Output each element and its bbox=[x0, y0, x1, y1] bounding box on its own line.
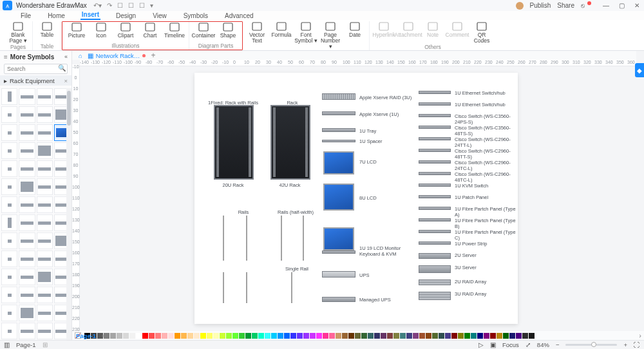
note-button[interactable]: Note bbox=[421, 21, 444, 44]
color-swatch[interactable] bbox=[522, 333, 528, 339]
qat-save-icon[interactable]: ☐ bbox=[117, 2, 123, 9]
symbol-thumb[interactable] bbox=[37, 250, 53, 267]
color-swatch[interactable] bbox=[329, 333, 335, 339]
symbol-thumb[interactable] bbox=[1, 196, 17, 213]
managed-ups-img[interactable] bbox=[322, 297, 355, 302]
symbol-thumb[interactable] bbox=[37, 142, 53, 159]
symbol-thumb[interactable] bbox=[1, 178, 17, 195]
color-swatch[interactable] bbox=[278, 333, 283, 339]
vector-text-button[interactable]: Vector Text bbox=[245, 21, 269, 50]
user-avatar-icon[interactable] bbox=[516, 2, 524, 10]
color-swatch[interactable] bbox=[484, 333, 489, 339]
color-swatch[interactable] bbox=[265, 333, 270, 339]
close-button[interactable]: ✕ bbox=[632, 2, 641, 9]
color-swatch[interactable] bbox=[348, 333, 354, 339]
color-swatch[interactable] bbox=[245, 333, 251, 339]
device-img[interactable] bbox=[419, 195, 451, 198]
symbol-thumb[interactable] bbox=[19, 305, 35, 321]
symbol-thumb[interactable] bbox=[37, 287, 53, 303]
doc-tab-1[interactable]: ▦ Network Rack… bbox=[88, 52, 146, 59]
color-swatch[interactable] bbox=[252, 333, 258, 339]
symbol-thumb[interactable] bbox=[1, 250, 17, 267]
symbol-thumb[interactable] bbox=[1, 287, 17, 303]
color-swatch[interactable] bbox=[393, 333, 399, 339]
icon-button[interactable]: Icon bbox=[90, 22, 113, 39]
symbol-thumb[interactable] bbox=[19, 323, 35, 339]
timeline-button[interactable]: Timeline bbox=[163, 22, 186, 39]
symbol-thumb[interactable] bbox=[19, 214, 35, 231]
color-swatch[interactable] bbox=[149, 333, 155, 339]
qr-button[interactable]: QR Codes bbox=[470, 21, 493, 44]
symbol-thumb[interactable] bbox=[1, 88, 17, 105]
page-tab[interactable]: Page-1 bbox=[76, 332, 96, 339]
rail-img[interactable] bbox=[223, 272, 224, 303]
symbol-thumb[interactable] bbox=[37, 323, 53, 339]
symbol-thumb[interactable] bbox=[37, 305, 53, 321]
right-panel-toggle[interactable]: ◆ bbox=[635, 63, 644, 77]
zoom-slider[interactable] bbox=[565, 344, 617, 346]
symbol-thumb[interactable] bbox=[19, 269, 35, 285]
device-img[interactable] bbox=[419, 137, 451, 140]
attachment-button[interactable]: Attachment bbox=[397, 21, 420, 44]
color-swatch[interactable] bbox=[381, 333, 386, 339]
page-nav-icon[interactable]: ⊞ bbox=[43, 341, 48, 348]
color-swatch[interactable] bbox=[529, 333, 535, 339]
color-swatch[interactable] bbox=[509, 333, 515, 339]
symbol-panel-header[interactable]: ≡ More Symbols « bbox=[0, 51, 71, 62]
page-number-button[interactable]: Page Number ▾ bbox=[319, 21, 342, 50]
rack-20u-image[interactable] bbox=[214, 105, 254, 180]
canvas-area[interactable]: 1Fixed: Rack with Rails 20U Rack Rack 42… bbox=[80, 66, 636, 331]
symbol-thumb[interactable] bbox=[1, 232, 17, 249]
color-swatch[interactable] bbox=[355, 333, 361, 339]
zoom-out-icon[interactable]: − bbox=[556, 341, 560, 348]
color-swatch[interactable] bbox=[439, 333, 444, 339]
search-icon[interactable]: 🔍 bbox=[58, 64, 66, 71]
device-img[interactable] bbox=[419, 279, 451, 285]
symbol-thumb[interactable] bbox=[19, 106, 35, 123]
formula-button[interactable]: Formula bbox=[270, 21, 293, 50]
clipart-button[interactable]: Clipart bbox=[114, 22, 137, 39]
symbol-thumb[interactable] bbox=[37, 232, 53, 249]
presentation-icon[interactable]: ▷ bbox=[478, 341, 484, 348]
add-doc-tab[interactable]: + bbox=[151, 51, 155, 60]
device-img[interactable] bbox=[419, 102, 451, 106]
color-swatch[interactable] bbox=[316, 333, 322, 339]
qat-export-icon[interactable]: ☐ bbox=[139, 2, 145, 9]
color-swatch[interactable] bbox=[271, 333, 277, 339]
pages-icon[interactable]: ▥ bbox=[4, 341, 10, 348]
color-swatch[interactable] bbox=[142, 333, 148, 339]
symbol-thumb[interactable] bbox=[37, 160, 53, 177]
device-img[interactable] bbox=[419, 265, 451, 273]
lcd7-img[interactable] bbox=[323, 151, 354, 174]
table-button[interactable]: Table bbox=[35, 21, 59, 38]
color-swatch[interactable] bbox=[516, 333, 522, 339]
comment-button[interactable]: Comment bbox=[446, 21, 469, 44]
symbol-thumb[interactable] bbox=[19, 287, 35, 303]
maximize-button[interactable]: ▢ bbox=[617, 2, 626, 9]
menu-tab-view[interactable]: View bbox=[151, 12, 168, 20]
color-swatch[interactable] bbox=[432, 333, 438, 339]
device-img[interactable] bbox=[419, 253, 451, 259]
tray-img[interactable] bbox=[322, 128, 355, 132]
lcd-kvm-img[interactable] bbox=[323, 227, 354, 250]
symbol-thumb[interactable] bbox=[1, 305, 17, 321]
color-swatch[interactable] bbox=[194, 333, 200, 339]
color-swatch[interactable] bbox=[175, 333, 180, 339]
color-swatch[interactable] bbox=[168, 333, 174, 339]
device-img[interactable] bbox=[419, 207, 451, 210]
color-swatch[interactable] bbox=[426, 333, 431, 339]
menu-tab-symbols[interactable]: Symbols bbox=[182, 12, 209, 20]
close-category-icon[interactable]: × bbox=[64, 77, 68, 84]
symbol-thumb[interactable] bbox=[1, 106, 17, 123]
color-swatch[interactable] bbox=[477, 333, 483, 339]
symbol-thumb[interactable] bbox=[19, 178, 35, 195]
color-swatch[interactable] bbox=[284, 333, 290, 339]
date-button[interactable]: Date bbox=[343, 21, 366, 50]
symbol-thumb[interactable] bbox=[1, 142, 17, 159]
menu-tab-home[interactable]: Home bbox=[46, 12, 66, 20]
symbol-thumb[interactable] bbox=[19, 250, 35, 267]
color-swatch[interactable] bbox=[323, 333, 328, 339]
symbol-thumb[interactable] bbox=[37, 106, 53, 123]
color-swatch[interactable] bbox=[451, 333, 457, 339]
share-button[interactable]: Share bbox=[557, 2, 574, 9]
